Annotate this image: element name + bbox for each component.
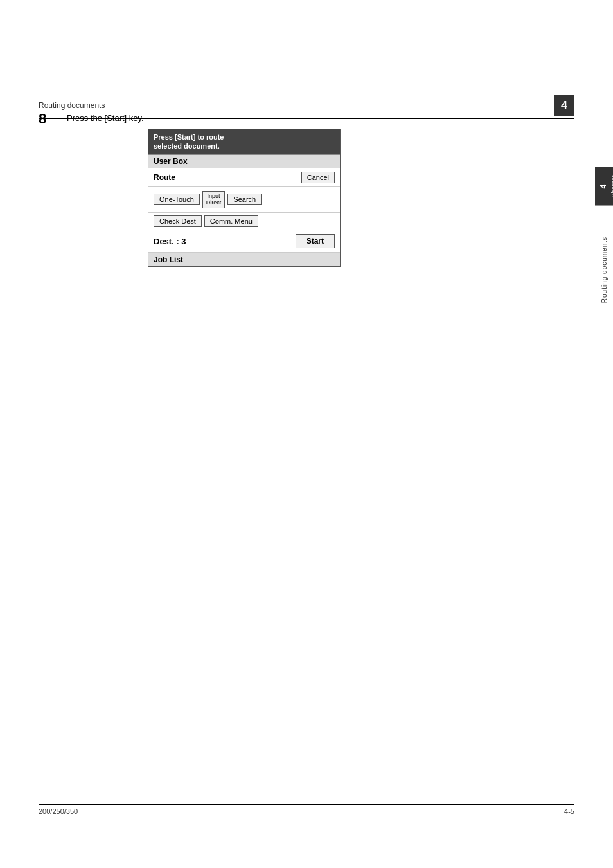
one-touch-button[interactable]: One-Touch [154,194,200,205]
dest-row: Dest. : 3 Start [148,230,340,253]
chapter-number-box: 4 [554,95,574,116]
panel-header-message: Press [Start] to route selected document… [148,129,340,154]
search-button[interactable]: Search [227,194,262,205]
dest-text: Dest. : 3 [154,237,186,246]
ui-panel: Press [Start] to route selected document… [148,129,341,267]
page-title: Routing documents [39,101,105,110]
route-row: Route Cancel [148,168,340,187]
input-direct-button[interactable]: Input Direct [202,191,226,209]
footer-model: 200/250/350 [39,808,78,815]
chapter-tab-number: 4 [599,184,608,188]
user-box-label: User Box [148,154,340,168]
routing-tab-text: Routing documents [601,237,608,303]
chapter-tab: 4 Chapter [595,167,613,206]
buttons-row-1: One-Touch Input Direct Search [148,187,340,213]
job-list-label: Job List [148,253,340,266]
chapter-tab-label: Chapter [610,175,613,198]
cancel-button[interactable]: Cancel [301,172,335,183]
start-button[interactable]: Start [296,234,335,248]
footer-page: 4-5 [564,808,574,815]
step-number: 8 [39,111,57,127]
route-label: Route [154,173,175,182]
chapter-number: 4 [561,99,567,113]
step-instruction: Press the [Start] key. [67,111,144,123]
page-footer: 200/250/350 4-5 [39,804,574,815]
buttons-row-2: Check Dest Comm. Menu [148,213,340,230]
comm-menu-button[interactable]: Comm. Menu [204,215,258,227]
check-dest-button[interactable]: Check Dest [154,215,202,227]
routing-tab: Routing documents [595,219,613,321]
step-container: 8 Press the [Start] key. [39,111,144,127]
